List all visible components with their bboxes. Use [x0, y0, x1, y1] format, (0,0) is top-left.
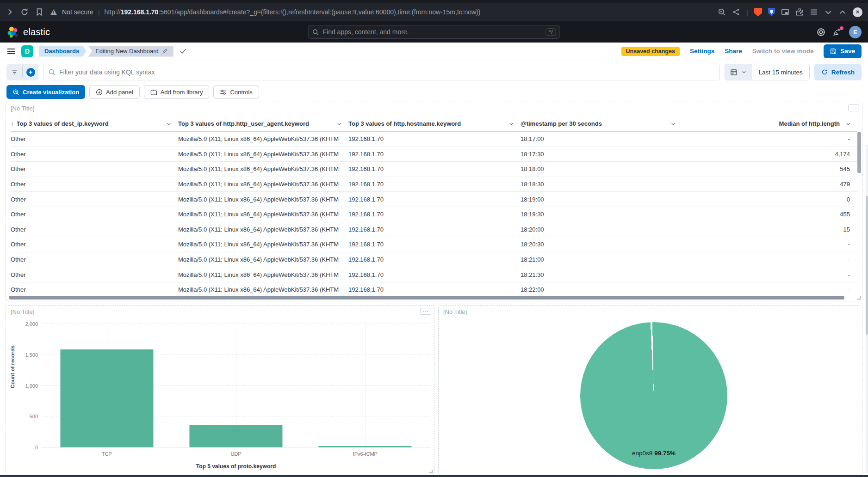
save-icon [830, 48, 837, 55]
warning-icon [50, 8, 57, 16]
page-scrollbar[interactable] [866, 145, 868, 473]
newsfeed-icon[interactable] [833, 28, 842, 37]
table-row[interactable]: OtherMozilla/5.0 (X11; Linux x86_64) App… [11, 207, 857, 222]
table-row[interactable]: OtherMozilla/5.0 (X11; Linux x86_64) App… [11, 267, 857, 282]
dashboard-toolbar: D Dashboards Editing New Dashboard Unsav… [0, 43, 868, 60]
share-icon[interactable] [732, 8, 740, 16]
filter-icon [11, 69, 18, 76]
pie-slice-value: 99.75% [654, 450, 676, 457]
table-cell: Other [11, 151, 178, 158]
bar-panel-options-icon[interactable]: ··· [420, 308, 431, 315]
settings-link[interactable]: Settings [690, 48, 714, 55]
unsaved-changes-badge: Unsaved changes [621, 47, 680, 56]
extensions-icon[interactable] [795, 8, 804, 16]
table-cell: 18:18:00 [521, 165, 682, 172]
column-menu-chevron-icon[interactable] [508, 121, 514, 127]
chevron-up-icon[interactable] [838, 8, 847, 16]
filter-menu-button[interactable] [6, 64, 22, 80]
bar-chart-x-axis-title: Top 5 values of proto.keyword [42, 463, 430, 470]
table-cell: 18:21:30 [521, 271, 682, 278]
table-row[interactable]: OtherMozilla/5.0 (X11; Linux x86_64) App… [11, 192, 857, 207]
column-menu-chevron-icon[interactable] [670, 121, 676, 127]
table-cell: 192.168.1.70 [348, 151, 521, 158]
reload-icon[interactable] [20, 8, 29, 16]
create-visualization-button[interactable]: Create visualization [6, 85, 85, 99]
table-panel-options-icon[interactable]: ··· [848, 104, 859, 111]
table-row[interactable]: OtherMozilla/5.0 (X11; Linux x86_64) App… [11, 132, 857, 147]
column-menu-chevron-icon[interactable] [166, 121, 172, 127]
kql-filter-field[interactable] [43, 64, 720, 80]
table-cell: 4,174 [682, 151, 857, 158]
bar-IPv6-ICMP[interactable] [319, 446, 412, 447]
pie-chart[interactable] [580, 322, 727, 469]
column-menu-chevron-icon[interactable] [336, 121, 342, 127]
brave-shield-icon[interactable] [754, 8, 762, 17]
table-row[interactable]: OtherMozilla/5.0 (X11; Linux x86_64) App… [11, 237, 857, 252]
column-header[interactable]: Median of http.length [682, 120, 857, 127]
table-row[interactable]: OtherMozilla/5.0 (X11; Linux x86_64) App… [11, 222, 857, 238]
bar-panel-resize-handle[interactable] [428, 469, 433, 473]
url-divider: | [98, 8, 100, 16]
bookmark-icon[interactable] [35, 8, 43, 16]
dashboard-app-badge[interactable]: D [21, 45, 33, 57]
table-cell: 455 [682, 211, 857, 218]
table-cell: Mozilla/5.0 (X11; Linux x86_64) AppleWeb… [178, 286, 348, 293]
address-bar[interactable]: Not secure | http://192.168.1.70:5601/ap… [50, 8, 711, 16]
table-vertical-scrollbar[interactable] [857, 132, 861, 294]
refresh-button[interactable]: Refresh [814, 64, 862, 80]
column-header-label: Median of http.length [779, 120, 840, 127]
save-button[interactable]: Save [824, 44, 862, 58]
table-cell: Other [11, 256, 178, 263]
browser-chrome: Not secure | http://192.168.1.70:5601/ap… [0, 0, 868, 21]
bar-chart-y-axis-label: Count of records [10, 345, 15, 388]
table-horizontal-scrollbar[interactable] [9, 296, 853, 300]
table-row[interactable]: OtherMozilla/5.0 (X11; Linux x86_64) App… [11, 147, 857, 162]
global-search-input[interactable] [323, 28, 542, 36]
forward-icon[interactable] [6, 8, 14, 16]
column-header-label: Top 3 values of dest_ip.keyword [17, 120, 109, 127]
global-search[interactable]: ^/ [308, 25, 560, 39]
chevron-down-icon[interactable] [824, 8, 832, 16]
y-tick-label: 1,500 [25, 352, 38, 358]
bar-TCP[interactable] [60, 349, 153, 447]
share-link[interactable]: Share [725, 48, 742, 55]
column-menu-chevron-icon[interactable] [845, 121, 851, 127]
close-window-icon[interactable]: ✕ [853, 7, 862, 17]
nav-menu-icon[interactable] [6, 47, 16, 56]
column-header[interactable]: @timestamp per 30 seconds [521, 120, 682, 127]
controls-button[interactable]: Controls [213, 85, 259, 99]
date-picker-quick-menu[interactable] [725, 64, 752, 80]
menu-icon[interactable] [810, 8, 818, 16]
table-panel-resize-handle[interactable] [856, 295, 861, 300]
table-row[interactable]: OtherMozilla/5.0 (X11; Linux x86_64) App… [11, 282, 857, 295]
column-header[interactable]: Top 3 values of http.http_user_agent.key… [178, 120, 348, 127]
table-cell: Mozilla/5.0 (X11; Linux x86_64) AppleWeb… [178, 271, 348, 278]
table-row[interactable]: OtherMozilla/5.0 (X11; Linux x86_64) App… [11, 177, 857, 192]
table-row[interactable]: OtherMozilla/5.0 (X11; Linux x86_64) App… [11, 252, 857, 268]
add-filter-button[interactable]: + [23, 64, 38, 80]
table-cell: 545 [682, 165, 857, 172]
help-icon[interactable] [817, 28, 825, 37]
zoom-out-icon[interactable] [718, 8, 726, 16]
table-cell: Mozilla/5.0 (X11; Linux x86_64) AppleWeb… [178, 226, 348, 233]
security-label: Not secure [62, 8, 93, 16]
pip-icon[interactable] [781, 8, 789, 16]
add-from-library-button[interactable]: Add from library [144, 85, 210, 99]
y-tick-label: 500 [30, 414, 38, 419]
privacy-shield-icon[interactable] [768, 8, 775, 16]
switch-view-mode-link[interactable]: Switch to view mode [752, 48, 814, 55]
bar-UDP[interactable] [189, 425, 282, 447]
breadcrumb-current[interactable]: Editing New Dashboard [88, 46, 174, 57]
add-panel-button[interactable]: Add panel [89, 85, 140, 99]
column-header[interactable]: Top 3 values of http.hostname.keyword [348, 120, 521, 127]
breadcrumb-dashboards[interactable]: Dashboards [39, 46, 87, 57]
table-row[interactable]: OtherMozilla/5.0 (X11; Linux x86_64) App… [11, 162, 857, 177]
table-header-row: ↑Top 3 values of dest_ip.keywordTop 3 va… [11, 116, 857, 132]
elastic-brand[interactable]: elastic [6, 26, 50, 38]
user-avatar[interactable]: E [849, 26, 862, 38]
kql-filter-input[interactable] [59, 68, 715, 76]
time-range-button[interactable]: Last 15 minutes [752, 64, 809, 80]
table-cell: - [682, 256, 857, 263]
column-header[interactable]: ↑Top 3 values of dest_ip.keyword [11, 120, 178, 127]
url-text: http://192.168.1.70:5601/app/dashboards#… [105, 8, 481, 16]
